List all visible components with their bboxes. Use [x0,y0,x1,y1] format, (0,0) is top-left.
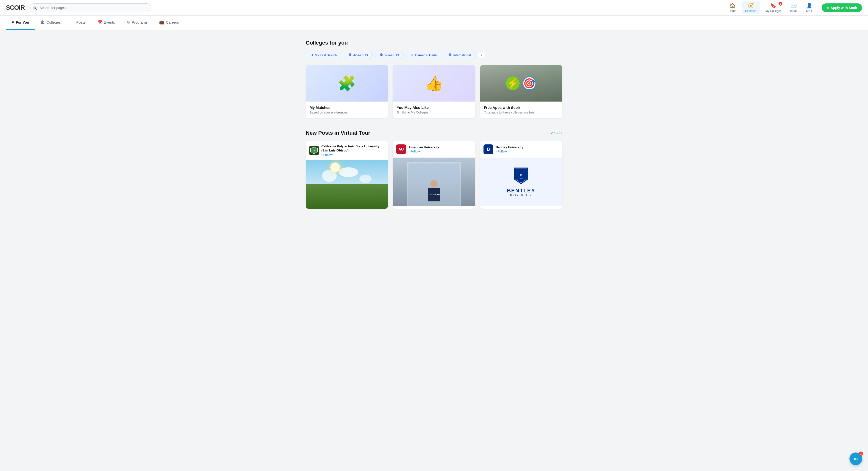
cal-poly-post-image [306,160,388,209]
american-avatar: AU [396,144,406,154]
sky-ground [306,184,388,209]
nav-my-colleges[interactable]: 🔖 My Colleges 1 [762,1,785,14]
card-free-apps-title: Free Apps with Scoir [484,105,558,110]
search-icon: 🔍 [32,6,37,10]
my-colleges-badge: 1 [778,2,782,6]
nav-inbox[interactable]: ✉️ Inbox [787,1,801,14]
apply-button[interactable]: Apply with Scoir [822,3,862,12]
filter-my-last-search-label: My Last Search [315,53,337,57]
posts-section-title: New Posts in Virtual Tour [306,130,370,136]
svg-text:CP: CP [313,149,315,152]
card-you-may-also-like-subtitle: Similar to My Colleges [397,110,471,114]
svg-text:B: B [520,173,522,177]
svg-text:AU: AU [398,147,404,151]
tab-programs[interactable]: ⚙ Programs [121,15,153,30]
tab-posts-label: Posts [76,20,86,24]
bentley-name: Bentley University [496,145,559,149]
tab-events[interactable]: 📅 Events [91,15,121,30]
card-my-matches-subtitle: Based on your preferences [310,110,384,114]
sun [330,162,340,172]
card-free-apps-body: Free Apps with Scoir Your apps to these … [480,102,562,118]
scoir-circle-icon: 🎯 [523,76,536,90]
tab-programs-label: Programs [132,20,148,24]
cal-poly-avatar: CP [309,146,319,156]
person-figure: AMERICAN [428,180,440,201]
cal-poly-bullet: • [321,153,322,157]
search-bar[interactable]: 🔍 [30,3,151,12]
post-card-cal-poly[interactable]: CP California Polytechnic State Universi… [306,141,388,209]
filter-career-trade-label: Career & Trade [415,53,437,57]
post-card-bentley[interactable]: B Bentley University • Follow [480,141,562,209]
hash-icon: # [72,20,74,25]
card-my-matches-body: My Matches Based on your preferences [306,102,388,118]
logo[interactable]: SCOIR [6,4,25,11]
bentley-university-label: UNIVERSITY [507,194,535,197]
bentley-logo-text: B 1917 BENTLEY UNIVERSITY [507,168,535,197]
tab-colleges[interactable]: 🏛 Colleges [35,16,67,30]
bentley-bullet: • [496,150,497,153]
card-my-matches-image: 🧩 [306,65,388,102]
window [409,174,418,184]
american-meta: American University • Follow [408,145,471,154]
briefcase-icon: 💼 [159,20,164,25]
bentley-shield-svg: B 1917 [514,168,528,184]
calendar-icon: 📅 [97,20,102,25]
filter-my-last-search[interactable]: ↺ My Last Search [306,51,341,59]
card-you-may-also-like-title: You May Also Like [397,105,471,110]
apply-dot [827,7,829,9]
header-nav: 🏠 Home 🧭 Discover 🔖 My Colleges 1 ✉️ Inb… [725,1,862,14]
post-card-american[interactable]: AU American University • Follow [393,141,475,209]
chevron-right-icon: › [561,131,562,135]
cal-poly-follow-link[interactable]: Follow [323,153,333,157]
nav-home[interactable]: 🏠 Home [725,1,740,14]
see-all-label: See All [550,131,560,135]
tab-for-you[interactable]: ♥ For You [6,16,35,30]
filter-2-year-us[interactable]: 🏛 2-Year US [375,51,404,59]
filter-4-year-us[interactable]: 🏛 4-Year US [344,51,373,59]
window [419,174,429,184]
colleges-section-title: Colleges for you [306,40,562,46]
card-my-matches[interactable]: 🧩 My Matches Based on your preferences [306,65,388,118]
card-you-may-also-like[interactable]: 👍 You May Also Like Similar to My Colleg… [393,65,475,118]
nav-discover[interactable]: 🧭 Discover [742,1,760,14]
card-free-apps[interactable]: ⚡ 🎯 Free Apps with Scoir Your apps to th… [480,65,562,118]
nav-discover-label: Discover [745,9,756,13]
card-free-apps-subtitle: Your apps to these colleges are free [484,110,558,114]
american-follow-link[interactable]: Follow [411,150,420,153]
svg-text:1917: 1917 [520,178,523,179]
see-all-button[interactable]: See All › [550,131,562,135]
tab-posts[interactable]: # Posts [67,16,91,30]
my-colleges-icon: 🔖 [770,3,776,8]
posts-header: New Posts in Virtual Tour See All › [306,130,562,136]
logo-text: SCOIR [6,4,25,11]
free-apps-overlay: ⚡ 🎯 [480,65,562,102]
svg-text:B: B [487,147,490,152]
scissors-icon: ✂ [411,53,413,57]
filter-career-trade[interactable]: ✂ Career & Trade [406,51,441,59]
tab-colleges-label: Colleges [46,20,61,24]
filter-pills: ↺ My Last Search 🏛 4-Year US 🏛 2-Year US… [306,51,562,59]
posts-section: New Posts in Virtual Tour See All › CP [306,130,562,209]
person-body: AMERICAN [428,188,440,201]
window [439,164,449,174]
american-name: American University [408,145,471,149]
filter-international[interactable]: 🏛 International [444,51,475,59]
search-input[interactable] [30,3,151,12]
tab-careers[interactable]: 💼 Careers [153,15,185,30]
bentley-follow-link[interactable]: Follow [498,150,507,153]
bentley-follow-row: • Follow [496,150,559,153]
inbox-icon: ✉️ [791,3,797,8]
post-cal-poly-header: CP California Polytechnic State Universi… [306,141,388,160]
window [419,164,429,174]
filter-4-year-us-label: 4-Year US [353,53,368,57]
nav-me-label: Me ▾ [806,9,812,13]
filter-chevron-button[interactable]: › [478,52,485,59]
tab-careers-label: Careers [166,20,179,24]
apply-label: Apply with Scoir [831,6,857,10]
discover-icon: 🧭 [748,3,754,8]
posts-grid: CP California Polytechnic State Universi… [306,141,562,209]
nav-me[interactable]: 👤 Me ▾ [803,1,816,14]
window [429,164,439,174]
card-you-may-also-like-image: 👍 [393,65,475,102]
cloud-2 [339,167,358,177]
